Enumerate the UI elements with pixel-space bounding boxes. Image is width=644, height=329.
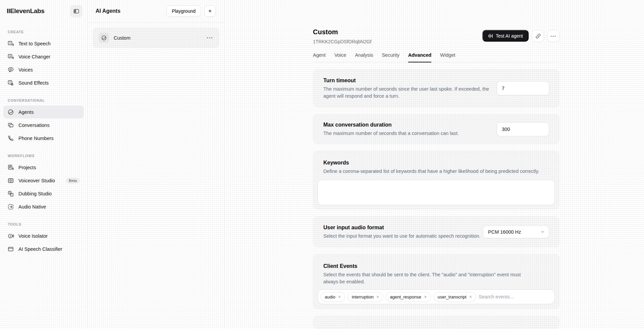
sidebar: IIElevenLabs CREATE T Text to Speech S — [0, 0, 88, 329]
agent-tabs: Agent Voice Analysis Security Advanced W… — [313, 52, 559, 62]
section-label-tools: TOOLS — [8, 222, 84, 226]
sidebar-item-label: Projects — [18, 165, 36, 170]
sidebar-item-label: Agents — [18, 109, 34, 115]
max-duration-card: Max conversation duration The maximum nu… — [313, 114, 559, 144]
sidebar-item-audio-native[interactable]: Audio Native — [3, 200, 84, 213]
card-description: Select the events that should be sent to… — [323, 271, 528, 285]
sidebar-item-text-to-speech[interactable]: T Text to Speech — [3, 37, 84, 50]
projects-icon — [7, 164, 14, 171]
sidebar-item-label: Voice Changer — [18, 54, 50, 59]
copy-link-button[interactable] — [532, 30, 544, 42]
add-agent-button[interactable]: + — [204, 5, 216, 17]
elevenlabs-logo[interactable]: IIElevenLabs — [7, 7, 45, 15]
ellipsis-icon: ··· — [550, 34, 556, 39]
tab-analysis[interactable]: Analysis — [355, 52, 373, 62]
waveform-icon — [488, 33, 493, 39]
agents-icon — [101, 35, 107, 41]
agents-icon — [7, 109, 14, 115]
sidebar-item-label: AI Speech Classifier — [18, 246, 62, 252]
sidebar-item-agents[interactable]: Agents — [3, 105, 84, 119]
sidebar-item-label: Phone Numbers — [18, 136, 54, 141]
speech-classifier-icon — [7, 246, 14, 252]
audio-format-select[interactable]: PCM 16000 Hz — [483, 226, 549, 238]
sidebar-item-phone-numbers[interactable]: Phone Numbers — [3, 132, 84, 145]
voice-changer-icon: S — [7, 53, 14, 60]
panel-left-icon — [73, 8, 79, 14]
tab-advanced[interactable]: Advanced — [408, 52, 431, 62]
card-description: Define a comma-separated list of keyword… — [323, 168, 545, 175]
main-content: Custom 1TRKK2CGpDSfORqbN2Gf Test AI agen… — [225, 0, 644, 329]
sidebar-item-dubbing-studio[interactable]: A * Dubbing Studio — [3, 187, 84, 200]
remove-tag-icon[interactable]: ✕ — [376, 295, 379, 299]
agents-panel-title: AI Agents — [96, 8, 120, 14]
text-to-speech-icon: T — [7, 40, 14, 47]
sidebar-item-voices[interactable]: Voices — [3, 63, 84, 76]
card-description: Select the input format you want to use … — [323, 233, 480, 240]
event-tag-user-transcript: user_transcript ✕ — [434, 292, 476, 302]
beta-badge: Beta — [66, 178, 80, 184]
svg-text:T: T — [9, 42, 11, 45]
agents-panel-header: AI Agents Playground + — [88, 0, 224, 22]
agent-row-menu-button[interactable]: ··· — [207, 35, 213, 41]
sidebar-item-label: Voiceover Studio — [18, 178, 55, 183]
client-events-tag-input[interactable]: audio ✕ interruption ✕ agent_response ✕ … — [318, 289, 555, 304]
sidebar-nav: CREATE T Text to Speech S Voice Changer — [3, 21, 84, 255]
agent-list-item-custom[interactable]: Custom ··· — [93, 28, 219, 48]
section-label-workflows: WORKFLOWS — [8, 154, 84, 158]
svg-text:T: T — [9, 81, 11, 84]
remove-tag-icon[interactable]: ✕ — [424, 295, 427, 299]
sidebar-item-label: Text to Speech — [18, 41, 51, 46]
chevron-down-icon — [540, 230, 545, 234]
svg-text:S: S — [9, 55, 11, 58]
sidebar-item-conversations[interactable]: Conversations — [3, 119, 84, 132]
sidebar-item-sound-effects[interactable]: T Sound Effects — [3, 76, 84, 89]
sidebar-item-voice-isolator[interactable]: Voice Isolator — [3, 229, 84, 242]
agent-avatar — [99, 33, 109, 43]
keywords-textarea[interactable] — [318, 180, 555, 205]
test-ai-agent-button[interactable]: Test AI agent — [482, 30, 529, 42]
sidebar-item-voiceover-studio[interactable]: Voiceover Studio Beta — [3, 174, 84, 187]
max-duration-input[interactable] — [497, 122, 549, 136]
conversations-icon — [7, 122, 14, 129]
ellipsis-icon: ··· — [207, 35, 213, 41]
card-title: Client Events — [323, 263, 549, 270]
card-description: The maximum number of seconds since the … — [323, 86, 493, 100]
playground-button[interactable]: Playground — [166, 5, 201, 17]
client-events-card: Client Events Select the events that sho… — [313, 254, 559, 309]
svg-text:*: * — [11, 194, 12, 196]
sound-effects-icon: T — [7, 80, 14, 86]
agents-panel: AI Agents Playground + Custom ··· — [88, 0, 225, 329]
card-description: The maximum number of seconds that a con… — [323, 130, 459, 137]
agent-header: Custom 1TRKK2CGpDSfORqbN2Gf Test AI agen… — [313, 28, 559, 44]
event-tag-audio: audio ✕ — [321, 292, 345, 302]
section-label-conversational: CONVERSATIONAL — [8, 98, 84, 102]
remove-tag-icon[interactable]: ✕ — [469, 295, 472, 299]
agent-id: 1TRKK2CGpDSfORqbN2Gf — [313, 39, 371, 44]
more-options-button[interactable]: ··· — [547, 30, 559, 42]
search-events-input[interactable] — [479, 294, 552, 299]
collapse-sidebar-button[interactable] — [70, 5, 83, 17]
sidebar-item-ai-speech-classifier[interactable]: AI Speech Classifier — [3, 242, 84, 255]
link-icon — [535, 33, 541, 39]
tab-security[interactable]: Security — [382, 52, 399, 62]
sidebar-item-label: Sound Effects — [18, 80, 49, 86]
sidebar-item-projects[interactable]: Projects — [3, 161, 84, 174]
voiceover-studio-icon — [7, 177, 14, 184]
sidebar-item-label: Voices — [18, 67, 33, 73]
tab-widget[interactable]: Widget — [440, 52, 455, 62]
remove-tag-icon[interactable]: ✕ — [338, 295, 341, 299]
page-title: Custom — [313, 28, 371, 36]
svg-text:A: A — [9, 192, 10, 194]
turn-timeout-input[interactable] — [497, 81, 549, 95]
event-tag-agent-response: agent_response ✕ — [386, 292, 431, 302]
section-label-create: CREATE — [8, 30, 84, 34]
sidebar-item-voice-changer[interactable]: S Voice Changer — [3, 50, 84, 63]
tab-agent[interactable]: Agent — [313, 52, 326, 62]
card-title: Keywords — [323, 159, 549, 166]
tab-voice[interactable]: Voice — [334, 52, 346, 62]
turn-timeout-card: Turn timeout The maximum number of secon… — [313, 69, 559, 107]
card-title: Max conversation duration — [323, 121, 459, 128]
voice-isolator-icon — [7, 233, 14, 239]
card-title: Turn timeout — [323, 77, 493, 84]
agent-name: Custom — [114, 35, 130, 41]
